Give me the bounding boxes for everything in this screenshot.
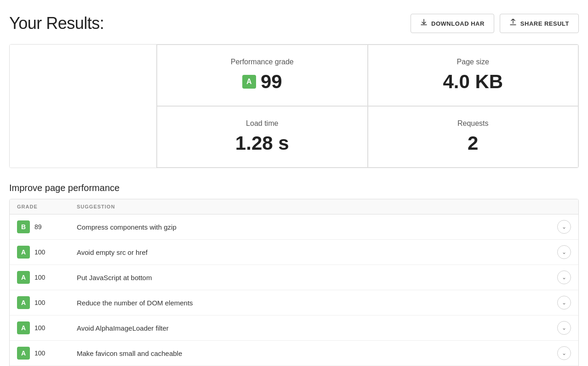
table-header: GRADE SUGGESTION bbox=[10, 199, 578, 214]
row-suggestion: Reduce the number of DOM elements bbox=[77, 299, 557, 307]
row-score: 100 bbox=[34, 274, 45, 281]
stats-section: Performance grade A 99 Page size 4.0 KB … bbox=[9, 44, 579, 168]
table-row[interactable]: A 100 Avoid AlphaImageLoader filter ⌄ bbox=[10, 315, 578, 341]
share-result-label: SHARE RESULT bbox=[520, 20, 569, 27]
performance-grade-label: Performance grade bbox=[231, 58, 294, 66]
row-suggestion: Avoid AlphaImageLoader filter bbox=[77, 324, 557, 332]
table-row[interactable]: A 100 Put JavaScript at bottom ⌄ bbox=[10, 265, 578, 290]
load-time-value: 1.28 s bbox=[235, 132, 289, 154]
load-time-label: Load time bbox=[246, 119, 278, 128]
share-result-button[interactable]: SHARE RESULT bbox=[500, 14, 579, 33]
stat-performance-grade: Performance grade A 99 bbox=[157, 45, 368, 106]
row-score: 89 bbox=[34, 223, 42, 231]
page-size-label: Page size bbox=[457, 58, 489, 66]
table-row[interactable]: A 100 Reduce the number of DOM elements … bbox=[10, 290, 578, 315]
row-grade-badge: A bbox=[17, 321, 30, 334]
improve-section: Improve page performance GRADE SUGGESTIO… bbox=[9, 183, 579, 366]
row-grade-col: A 100 bbox=[17, 321, 77, 334]
chart-placeholder bbox=[10, 45, 157, 168]
col-suggestion-header: SUGGESTION bbox=[77, 204, 571, 209]
stat-page-size: Page size 4.0 KB bbox=[368, 45, 579, 106]
row-grade-col: A 100 bbox=[17, 271, 77, 284]
row-grade-col: B 89 bbox=[17, 220, 77, 233]
table-row[interactable]: A 100 Make favicon small and cacheable ⌄ bbox=[10, 341, 578, 366]
row-suggestion: Put JavaScript at bottom bbox=[77, 274, 557, 282]
header-buttons: DOWNLOAD HAR SHARE RESULT bbox=[411, 14, 579, 33]
performance-grade-value-row: A 99 bbox=[242, 71, 282, 93]
table-body: B 89 Compress components with gzip ⌄ A 1… bbox=[10, 214, 578, 366]
stats-grid: Performance grade A 99 Page size 4.0 KB … bbox=[157, 45, 578, 168]
download-har-label: DOWNLOAD HAR bbox=[431, 20, 485, 27]
stat-requests: Requests 2 bbox=[368, 106, 579, 168]
performance-grade-score: 99 bbox=[261, 71, 282, 93]
chevron-down-icon[interactable]: ⌄ bbox=[557, 245, 571, 259]
chevron-down-icon[interactable]: ⌄ bbox=[557, 270, 571, 284]
stat-load-time: Load time 1.28 s bbox=[157, 106, 368, 168]
row-grade-col: A 100 bbox=[17, 296, 77, 309]
row-grade-badge: A bbox=[17, 347, 30, 360]
row-suggestion: Compress components with gzip bbox=[77, 223, 557, 231]
improve-title: Improve page performance bbox=[9, 183, 579, 193]
row-suggestion: Make favicon small and cacheable bbox=[77, 349, 557, 357]
row-suggestion: Avoid empty src or href bbox=[77, 248, 557, 256]
row-grade-badge: A bbox=[17, 246, 30, 259]
row-score: 100 bbox=[34, 299, 45, 306]
performance-table: GRADE SUGGESTION B 89 Compress component… bbox=[9, 199, 579, 366]
page-title: Your Results: bbox=[9, 14, 104, 33]
performance-grade-badge: A bbox=[242, 75, 256, 89]
row-grade-badge: A bbox=[17, 296, 30, 309]
row-score: 100 bbox=[34, 248, 45, 256]
chevron-down-icon[interactable]: ⌄ bbox=[557, 296, 571, 310]
chevron-down-icon[interactable]: ⌄ bbox=[557, 346, 571, 360]
chevron-down-icon[interactable]: ⌄ bbox=[557, 321, 571, 335]
download-har-button[interactable]: DOWNLOAD HAR bbox=[411, 14, 494, 33]
row-grade-badge: B bbox=[17, 220, 30, 233]
share-result-icon bbox=[509, 19, 517, 28]
chevron-down-icon[interactable]: ⌄ bbox=[557, 220, 571, 234]
row-grade-badge: A bbox=[17, 271, 30, 284]
page-size-value: 4.0 KB bbox=[443, 71, 503, 93]
row-grade-col: A 100 bbox=[17, 347, 77, 360]
row-score: 100 bbox=[34, 349, 45, 357]
download-har-icon bbox=[420, 19, 428, 28]
row-score: 100 bbox=[34, 324, 45, 332]
row-grade-col: A 100 bbox=[17, 246, 77, 259]
table-row[interactable]: A 100 Avoid empty src or href ⌄ bbox=[10, 240, 578, 265]
requests-value: 2 bbox=[468, 132, 478, 154]
col-grade-header: GRADE bbox=[17, 204, 77, 209]
requests-label: Requests bbox=[457, 119, 489, 128]
header-row: Your Results: DOWNLOAD HAR SHARE RESULT bbox=[9, 14, 579, 33]
table-row[interactable]: B 89 Compress components with gzip ⌄ bbox=[10, 214, 578, 240]
